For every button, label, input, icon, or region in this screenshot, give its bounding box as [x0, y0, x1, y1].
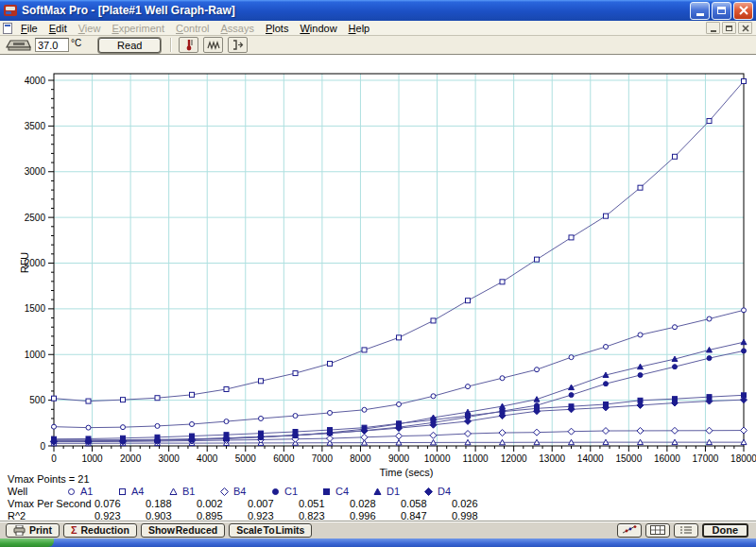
- well-name: A1: [80, 486, 93, 497]
- mdi-restore-icon: [726, 26, 732, 31]
- well-legend-C4: C4: [321, 486, 349, 497]
- menu-bar: FileEditViewExperimentControlAssaysPlots…: [0, 21, 756, 36]
- vmax-value-A1: 0.076: [94, 498, 121, 509]
- well-name: B1: [182, 486, 195, 497]
- well-name: D1: [387, 486, 400, 497]
- mdi-restore-button[interactable]: [722, 22, 736, 34]
- menu-assays: Assays: [215, 22, 260, 35]
- temperature-unit: °C: [71, 38, 81, 48]
- print-label: Print: [29, 524, 52, 536]
- vmax-row-label: Vmax Per Second: [8, 498, 92, 509]
- vmax-value-D4: 0.026: [452, 498, 478, 509]
- drawer-button[interactable]: [228, 37, 248, 53]
- restore-button[interactable]: [712, 2, 731, 20]
- reduction-label: Reduction: [81, 524, 129, 536]
- toolbar: °C Read: [0, 36, 756, 54]
- well-legend-D4: D4: [423, 486, 451, 497]
- instrument-icon: [5, 38, 31, 52]
- vmax-per-second-row: Vmax Per Second 0.0760.1880.0020.0070.05…: [0, 498, 756, 510]
- read-button[interactable]: Read: [98, 38, 161, 53]
- minimize-button[interactable]: [690, 2, 710, 20]
- mdi-close-icon: [742, 25, 749, 32]
- restore-icon: [717, 7, 726, 14]
- menu-file[interactable]: File: [15, 22, 43, 35]
- triangle-open-icon: [168, 487, 179, 497]
- printer-icon: [13, 525, 26, 536]
- plate-view-button[interactable]: [645, 523, 670, 538]
- close-icon: [739, 6, 748, 15]
- diamond-open-icon: [219, 487, 230, 497]
- circle-open-icon: [66, 487, 77, 497]
- minimize-icon: [696, 13, 704, 16]
- plate-grid-icon: [650, 525, 665, 535]
- well-row-label: Well: [8, 486, 27, 497]
- well-legend-B1: B1: [168, 486, 195, 497]
- well-legend-A4: A4: [117, 486, 144, 497]
- temperature-control-button[interactable]: [179, 37, 198, 53]
- reduction-button[interactable]: Σ Reduction: [63, 523, 137, 538]
- mdi-window-controls: [706, 22, 756, 34]
- thermometer-icon: [183, 39, 195, 51]
- document-icon: [3, 23, 12, 34]
- square-open-icon: [117, 487, 128, 497]
- vmax-points-label: Vmax Points = 21: [8, 473, 90, 485]
- mdi-minimize-icon: [711, 30, 716, 32]
- circle-filled-icon: [270, 487, 281, 497]
- window-title: SoftMax Pro - [Plate#1 Well Graph-Raw]: [22, 4, 690, 17]
- well-legend-C1: C1: [270, 486, 298, 497]
- vmax-value-C1: 0.051: [299, 498, 325, 509]
- mdi-close-button[interactable]: [738, 22, 752, 34]
- start-button-sliver[interactable]: [0, 538, 54, 547]
- app-icon: [3, 3, 18, 18]
- footer-bar: Print Σ Reduction Show Reduced Scale To …: [0, 521, 756, 538]
- vmax-value-B1: 0.002: [197, 498, 223, 509]
- menu-plots[interactable]: Plots: [260, 22, 294, 35]
- graph-view-button[interactable]: [617, 523, 642, 538]
- well-legend-A1: A1: [66, 486, 93, 497]
- taskbar-sliver: [0, 538, 756, 547]
- list-view-button[interactable]: [674, 523, 698, 538]
- well-legend-B4: B4: [219, 486, 246, 497]
- menu-bar-items: FileEditViewExperimentControlAssaysPlots…: [15, 22, 375, 35]
- triangle-filled-icon: [372, 487, 383, 497]
- square-filled-icon: [321, 487, 332, 497]
- well-name: C4: [335, 486, 349, 497]
- well-name: B4: [233, 486, 246, 497]
- menu-window[interactable]: Window: [294, 22, 342, 35]
- well-name: C1: [284, 486, 298, 497]
- vmax-value-D1: 0.058: [401, 498, 427, 509]
- vmax-value-A4: 0.188: [146, 498, 172, 509]
- scale-to-limits-button[interactable]: Scale To Limits: [229, 523, 312, 538]
- temperature-input[interactable]: [35, 38, 69, 52]
- well-name: A4: [131, 486, 144, 497]
- sigma-icon: Σ: [71, 524, 77, 536]
- menu-experiment: Experiment: [106, 22, 170, 35]
- vmax-value-C4: 0.028: [350, 498, 376, 509]
- toolbar-separator: [170, 38, 171, 52]
- done-button[interactable]: Done: [702, 523, 749, 538]
- drawer-open-icon: [232, 40, 245, 50]
- title-bar: SoftMax Pro - [Plate#1 Well Graph-Raw]: [0, 0, 756, 21]
- stats-panel: Vmax Points = 21 Well A1A4B1B4C1C4D1D4 V…: [0, 55, 756, 521]
- chart-area: 0100020003000400050006000700080009000100…: [0, 54, 756, 521]
- mdi-minimize-button[interactable]: [706, 22, 720, 34]
- list-icon: [679, 525, 693, 535]
- menu-control: Control: [170, 22, 215, 35]
- well-row: Well A1A4B1B4C1C4D1D4: [0, 486, 756, 498]
- shake-button[interactable]: [203, 37, 223, 53]
- print-button[interactable]: Print: [6, 523, 60, 538]
- close-button[interactable]: [733, 2, 753, 20]
- well-name: D4: [438, 486, 451, 497]
- menu-help[interactable]: Help: [343, 22, 376, 35]
- diamond-filled-icon: [423, 487, 434, 497]
- vmax-value-B4: 0.007: [248, 498, 274, 509]
- waveform-icon: [207, 41, 220, 50]
- vmax-points-row: Vmax Points = 21: [0, 473, 756, 486]
- menu-edit[interactable]: Edit: [43, 22, 73, 35]
- graph-icon: [622, 525, 637, 535]
- show-reduced-button[interactable]: Show Reduced: [141, 523, 225, 538]
- menu-view: View: [73, 22, 107, 35]
- well-legend-D1: D1: [372, 486, 400, 497]
